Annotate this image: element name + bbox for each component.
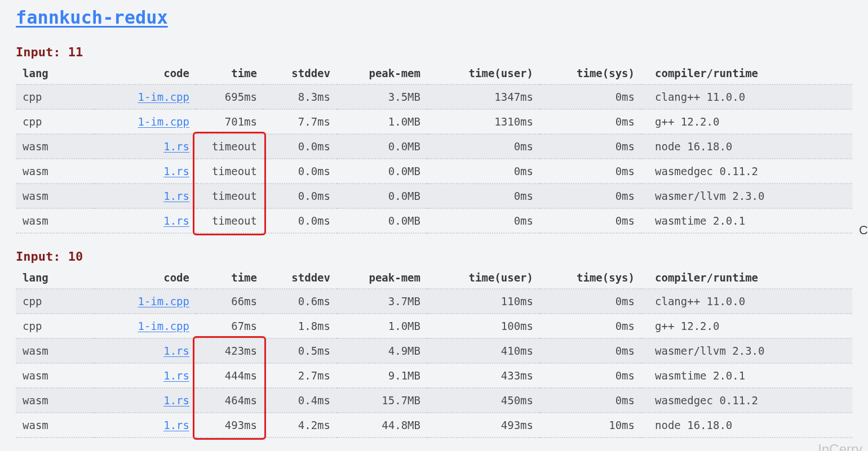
cell: 0ms: [540, 314, 641, 338]
cell: 7.7ms: [264, 109, 337, 134]
cell: cpp: [16, 314, 95, 338]
cell: 0.0ms: [264, 208, 337, 233]
cell: 0.0MB: [337, 184, 427, 208]
col-header: time: [196, 62, 264, 84]
code-link[interactable]: 1-im.cpp: [138, 115, 189, 128]
cell: 0ms: [540, 338, 641, 363]
cell: wasmer/llvm 2.3.0: [641, 184, 852, 208]
cell: 1310ms: [427, 109, 540, 134]
cell: wasmedgec 0.11.2: [641, 159, 852, 184]
cell: cpp: [16, 84, 95, 109]
cell: 433ms: [427, 363, 540, 388]
table-row: cpp1-im.cpp701ms7.7ms1.0MB1310ms0msg++ 1…: [16, 109, 852, 134]
cell: 0ms: [540, 84, 641, 109]
cell: 0.6ms: [264, 289, 337, 314]
cell: 0ms: [540, 109, 641, 134]
cell: 0.0ms: [264, 134, 337, 159]
cell: node 16.18.0: [641, 413, 852, 437]
col-header: time(sys): [540, 62, 641, 84]
cell: 0ms: [427, 159, 540, 184]
cell: clang++ 11.0.0: [641, 84, 852, 109]
cell: 1.8ms: [264, 314, 337, 338]
col-header: peak-mem: [337, 267, 427, 289]
cell: 701ms: [196, 109, 264, 134]
code-link[interactable]: 1.rs: [163, 345, 189, 357]
cell: 8.3ms: [264, 84, 337, 109]
cell: 1-im.cpp: [95, 84, 196, 109]
page-title: fannkuch-redux: [16, 7, 852, 28]
col-header: stddev: [264, 267, 337, 289]
cell: timeout: [196, 134, 264, 159]
cell: 1.rs: [95, 413, 196, 437]
code-link[interactable]: 1-im.cpp: [138, 91, 189, 103]
code-link[interactable]: 1.rs: [163, 419, 189, 431]
cell: 410ms: [427, 338, 540, 363]
col-header: compiler/runtime: [641, 62, 852, 84]
section-label: Input: 10: [16, 249, 852, 264]
title-link[interactable]: fannkuch-redux: [16, 7, 168, 28]
cell: 1.rs: [95, 134, 196, 159]
cell: 0ms: [540, 208, 641, 233]
cell: 1.rs: [95, 388, 196, 413]
cell: 1.rs: [95, 159, 196, 184]
cell: wasm: [16, 363, 95, 388]
cell: 1.0MB: [337, 109, 427, 134]
col-header: time: [196, 267, 264, 289]
cell: 0ms: [540, 363, 641, 388]
table-row: wasm1.rs464ms0.4ms15.7MB450ms0mswasmedge…: [16, 388, 852, 413]
cell: 493ms: [427, 413, 540, 437]
cell: 493ms: [196, 413, 264, 437]
cell: node 16.18.0: [641, 134, 852, 159]
cell: timeout: [196, 159, 264, 184]
cell: 0ms: [540, 289, 641, 314]
cell: cpp: [16, 109, 95, 134]
col-header: time(sys): [540, 267, 641, 289]
side-char: C: [859, 223, 868, 238]
code-link[interactable]: 1.rs: [163, 369, 189, 382]
cell: 0.5ms: [264, 338, 337, 363]
col-header: lang: [16, 62, 95, 84]
table-row: wasm1.rstimeout0.0ms0.0MB0ms0msnode 16.1…: [16, 134, 852, 159]
cell: 0ms: [427, 134, 540, 159]
cell: 0.0MB: [337, 134, 427, 159]
col-header: compiler/runtime: [641, 267, 852, 289]
cell: g++ 12.2.0: [641, 314, 852, 338]
table-row: wasm1.rstimeout0.0ms0.0MB0ms0mswasmer/ll…: [16, 184, 852, 208]
cell: 1-im.cpp: [95, 109, 196, 134]
cell: wasm: [16, 134, 95, 159]
code-link[interactable]: 1.rs: [163, 394, 189, 407]
col-header: peak-mem: [337, 62, 427, 84]
code-link[interactable]: 1.rs: [163, 165, 189, 177]
cell: wasmedgec 0.11.2: [641, 388, 852, 413]
table-row: cpp1-im.cpp67ms1.8ms1.0MB100ms0msg++ 12.…: [16, 314, 852, 338]
code-link[interactable]: 1.rs: [163, 215, 189, 227]
code-link[interactable]: 1.rs: [163, 140, 189, 153]
cell: 444ms: [196, 363, 264, 388]
code-link[interactable]: 1.rs: [163, 190, 189, 202]
cell: 0ms: [427, 208, 540, 233]
cell: clang++ 11.0.0: [641, 289, 852, 314]
cell: 0ms: [540, 184, 641, 208]
cell: 0ms: [540, 388, 641, 413]
cell: 3.5MB: [337, 84, 427, 109]
cell: timeout: [196, 208, 264, 233]
cell: cpp: [16, 289, 95, 314]
cell: timeout: [196, 184, 264, 208]
cell: wasm: [16, 208, 95, 233]
cell: 1-im.cpp: [95, 314, 196, 338]
code-link[interactable]: 1-im.cpp: [138, 320, 189, 332]
cell: 4.9MB: [337, 338, 427, 363]
cell: 1347ms: [427, 84, 540, 109]
code-link[interactable]: 1-im.cpp: [138, 295, 189, 307]
cell: 1.0MB: [337, 314, 427, 338]
cell: 1.rs: [95, 208, 196, 233]
cell: 0.0ms: [264, 159, 337, 184]
cell: wasmtime 2.0.1: [641, 208, 852, 233]
cell: wasm: [16, 184, 95, 208]
cell: 2.7ms: [264, 363, 337, 388]
table-row: wasm1.rs423ms0.5ms4.9MB410ms0mswasmer/ll…: [16, 338, 852, 363]
section-label: Input: 11: [16, 45, 852, 59]
cell: 0.0MB: [337, 208, 427, 233]
cell: wasmtime 2.0.1: [641, 363, 852, 388]
cell: 9.1MB: [337, 363, 427, 388]
